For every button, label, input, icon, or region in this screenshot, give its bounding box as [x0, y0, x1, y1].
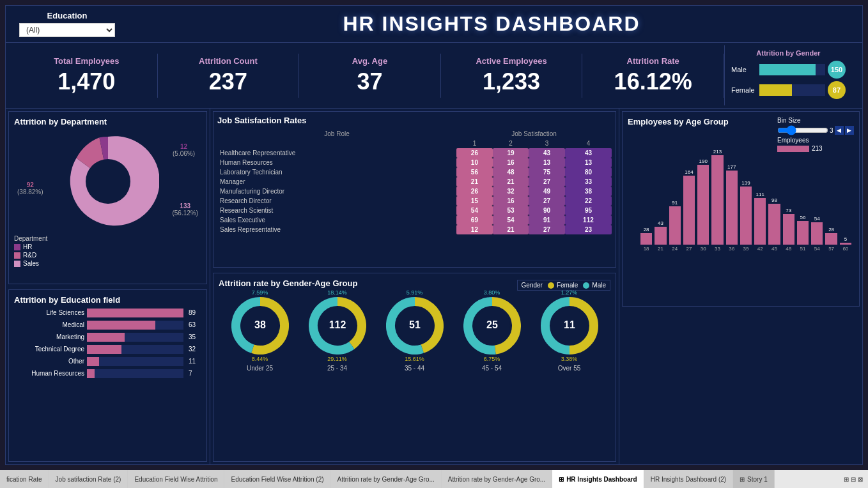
tab-item[interactable]: Job satifaction Rate (2) — [49, 470, 128, 488]
job-role-cell: Human Resources — [217, 158, 456, 167]
edu-bar-row: Life Sciences 89 — [14, 309, 201, 317]
donut-group-label: 35 - 44 — [405, 365, 424, 372]
right-panel: Employees by Age Group Bin Size 3 ◀ ▶ E — [619, 109, 862, 464]
legend-sales: Sales — [14, 260, 201, 267]
age-bar — [669, 206, 681, 245]
age-bar-group: 111 42 — [754, 192, 766, 252]
age-bar-x-label: 54 — [814, 246, 820, 252]
edu-bar-value: 63 — [189, 321, 201, 328]
age-bar-value: 28 — [828, 227, 834, 233]
job-role-cell: Healthcare Representative — [217, 148, 456, 158]
age-bar — [683, 176, 695, 245]
donut-svg: 38 — [231, 297, 289, 355]
bin-increase[interactable]: ▶ — [845, 126, 854, 135]
tab-item[interactable]: Education Field Wise Attrition — [128, 470, 224, 488]
kpi-avg-age-label: Avg. Age — [306, 56, 434, 66]
kpi-attrition-count: Attrition Count 237 — [158, 54, 300, 98]
tab-item[interactable]: HR Insights Dashboard (2) — [644, 470, 733, 488]
table-row: Sales Executive695491112 — [217, 215, 612, 225]
attrition-gender-kpi: Attrition by Gender Male 150 Female 87 — [724, 45, 852, 105]
female-pct-label: 29.11% — [327, 356, 347, 362]
tab-item[interactable]: fication Rate — [0, 470, 49, 488]
age-bar-x-label: 36 — [729, 246, 734, 252]
tab-item[interactable]: Education Field Wise Attrition (2) — [224, 470, 330, 488]
tab-item[interactable]: Attrition rate by Gender-Age Gro... — [331, 470, 442, 488]
age-bar-group: 73 48 — [783, 208, 794, 252]
age-bar-x-label: 60 — [842, 246, 848, 252]
gender-age-title: Attrition rate by Gender-Age Group — [219, 278, 357, 288]
svg-point-0 — [86, 159, 130, 204]
gender-male-row: Male 150 — [731, 61, 846, 79]
edu-bar-fill — [87, 345, 121, 354]
age-bar-value: 190 — [699, 158, 708, 164]
job-role-cell: Research Director — [217, 196, 456, 206]
age-bar-x-label: 57 — [828, 246, 834, 252]
edu-bar-fill — [87, 309, 183, 317]
table-row: Human Resources10161313 — [217, 158, 612, 167]
age-bar-x-label: 18 — [644, 246, 649, 252]
sat-cell: 54 — [456, 206, 493, 215]
edu-bar-value: 89 — [189, 309, 201, 316]
edu-bar-track — [87, 309, 183, 317]
sat-cell: 26 — [456, 187, 493, 196]
female-legend: Female — [548, 282, 578, 289]
edu-bar-track — [87, 321, 183, 330]
age-bar-x-label: 33 — [715, 246, 720, 252]
sat-cell: 27 — [529, 225, 565, 234]
male-pct-label: 7.59% — [252, 289, 268, 296]
age-bar-value: 56 — [800, 215, 806, 220]
age-group-panel: Employees by Age Group Bin Size 3 ◀ ▶ E — [622, 111, 860, 307]
age-bar-value: 98 — [771, 197, 777, 203]
edu-bars: Life Sciences 89 Medical 63 Marketing 35… — [14, 309, 201, 378]
sat-cell: 48 — [493, 167, 529, 177]
center-panels: Job Satisfaction Rates Job Role Job Sati… — [210, 109, 619, 464]
job-sat-title: Job Satisfaction Rates — [217, 116, 612, 125]
tab-item[interactable]: Attrition rate by Gender-Age Gro... — [442, 470, 552, 488]
donut-container: 25 3.80% 6.75% — [463, 297, 521, 355]
age-bar-x-label: 48 — [786, 246, 791, 252]
edu-bar-fill — [87, 321, 155, 330]
age-bar — [726, 171, 738, 245]
rd-pie-label: 92 (38.82%) — [17, 181, 43, 195]
age-bar-value: 91 — [672, 200, 678, 206]
age-bar — [840, 243, 851, 245]
age-bar-x-label: 51 — [800, 246, 806, 252]
table-row: Research Director15162722 — [217, 196, 612, 206]
legend-rd: R&D — [14, 252, 201, 259]
edu-bar-label: Marketing — [14, 333, 84, 340]
donut-item: 51 5.91% 15.61% 35 - 44 — [386, 297, 444, 372]
dept-pie-title: Attrition by Department — [14, 117, 201, 126]
edu-bar-label: Other — [14, 358, 84, 365]
edu-bar-value: 35 — [189, 333, 201, 340]
job-satisfaction-panel: Job Satisfaction Rates Job Role Job Sati… — [213, 111, 616, 268]
age-bars: 28 18 43 21 91 24 164 27 190 30 213 33 1… — [628, 152, 854, 267]
svg-text:11: 11 — [564, 319, 575, 330]
age-group-title: Employees by Age Group — [628, 117, 729, 126]
job-sat-table: Job Role Job Satisfaction 1 2 3 4 Health… — [217, 129, 612, 234]
male-count-badge: 150 — [828, 61, 846, 79]
bin-size-slider[interactable] — [777, 125, 828, 135]
tab-item[interactable]: ⊞HR Insights Dashboard — [552, 470, 644, 488]
kpi-total-value: 1,470 — [22, 68, 151, 95]
donut-svg: 51 — [386, 297, 444, 355]
age-bar — [740, 187, 752, 245]
donut-svg: 11 — [541, 297, 598, 355]
age-bar-x-label: 39 — [743, 246, 749, 252]
job-role-cell: Sales Executive — [217, 215, 456, 225]
tab-item[interactable]: ⊞Story 1 — [733, 470, 775, 488]
education-select[interactable]: (All) — [19, 23, 115, 37]
age-bar — [640, 233, 652, 245]
age-bar-group: 177 36 — [726, 164, 738, 252]
donut-item: 38 7.59% 8.44% Under 25 — [231, 297, 289, 372]
job-role-cell: Manufacturing Director — [217, 187, 456, 196]
age-bar-group: 5 60 — [840, 236, 851, 252]
donut-container: 112 18.14% 29.11% — [309, 297, 366, 355]
age-bar-group: 28 57 — [825, 227, 837, 252]
kpi-active-value: 1,233 — [447, 68, 576, 95]
male-bar-fill — [759, 64, 816, 75]
age-bar-x-label: 27 — [686, 246, 692, 252]
col-role: Job Role — [217, 129, 456, 139]
dept-legend: Department HR R&D Sales — [14, 235, 201, 267]
bin-decrease[interactable]: ◀ — [835, 126, 844, 135]
donut-row: 38 7.59% 8.44% Under 25 112 18.14% 29.11… — [219, 294, 610, 374]
